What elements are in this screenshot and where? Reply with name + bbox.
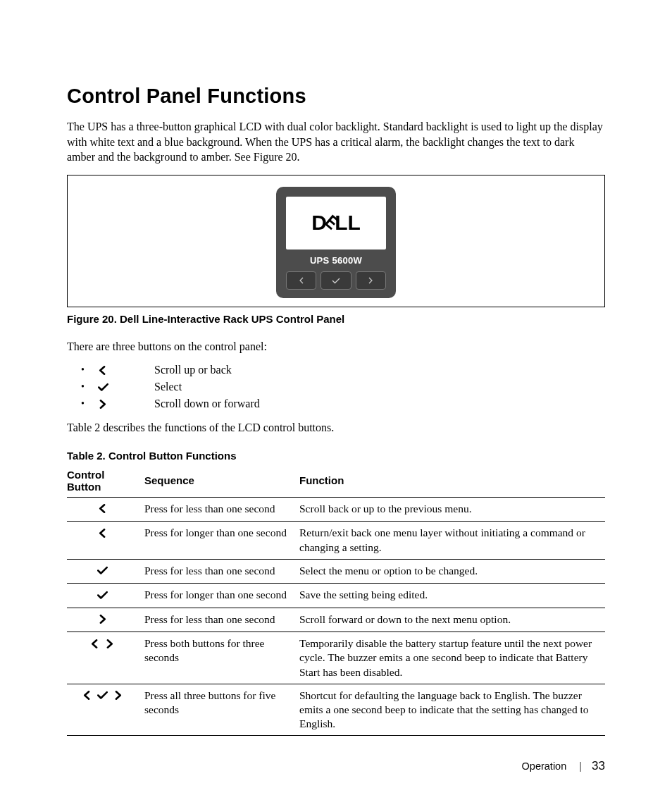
list-icon [95,366,154,375]
control-button-cell [67,632,144,684]
bullet: • [81,398,95,409]
sequence-cell: Press both buttons for three seconds [144,632,299,684]
check-icon [332,277,340,284]
device-lcd-screen: D E L L [286,197,386,250]
device-select-button [321,271,351,290]
control-button-cell [67,608,144,632]
table-header: Control Button [67,464,144,498]
control-button-cell [67,522,144,559]
button-description-list: •Scroll up or back•Select•Scroll down or… [67,364,605,410]
function-cell: Return/exit back one menu layer without … [299,522,605,559]
function-cell: Shortcut for defaulting the language bac… [299,684,605,735]
table-row: Press for less than one secondScroll for… [67,608,605,632]
device-button-row [286,271,386,290]
device-right-button [356,271,386,290]
dell-logo: D E L L [311,211,361,235]
intro-paragraph: The UPS has a three-button graphical LCD… [67,119,605,165]
list-item: •Scroll down or forward [81,398,605,410]
figure-frame: D E L L UPS 5600W [67,175,605,307]
chevron-left-icon [98,366,107,375]
table-header: Sequence [144,464,299,498]
footer-page-number: 33 [592,759,605,772]
bullet: • [81,381,95,393]
list-icon [95,400,154,409]
sequence-cell: Press for less than one second [144,608,299,632]
chevron-right-icon [105,639,114,648]
table-body: Press for less than one secondScroll bac… [67,497,605,735]
button-intro-paragraph: There are three buttons on the control p… [67,339,605,355]
table-row: Press for less than one secondSelect the… [67,559,605,584]
list-item: •Select [81,381,605,393]
ups-device-panel: D E L L UPS 5600W [276,187,396,298]
chevron-right-icon [113,691,123,700]
list-item-text: Scroll up or back [154,364,232,376]
function-cell: Save the setting being edited. [299,584,605,608]
chevron-left-icon [298,277,305,284]
figure-caption: Figure 20. Dell Line-Interactive Rack UP… [67,313,605,325]
table-row: Press both buttons for three secondsTemp… [67,632,605,684]
list-icon [95,383,154,392]
table-row: Press for less than one secondScroll bac… [67,497,605,522]
device-left-button [286,271,316,290]
check-icon [97,566,108,575]
list-item: •Scroll up or back [81,364,605,376]
chevron-left-icon [82,691,92,700]
control-button-cell [67,584,144,608]
footer-section: Operation [522,760,567,772]
chevron-right-icon [367,277,374,284]
chevron-right-icon [98,400,107,409]
sequence-cell: Press for longer than one second [144,522,299,559]
table-intro-paragraph: Table 2 describes the functions of the L… [67,420,605,436]
function-cell: Scroll forward or down to the next menu … [299,608,605,632]
check-icon [97,591,108,600]
function-cell: Select the menu or option to be changed. [299,559,605,584]
check-icon [98,383,108,392]
page-footer: Operation | 33 [522,759,605,773]
sequence-cell: Press for less than one second [144,559,299,584]
table-caption: Table 2. Control Button Functions [67,450,605,462]
control-button-functions-table: Control Button Sequence Function Press f… [67,464,605,736]
function-cell: Temporarily disable the battery startup … [299,632,605,684]
chevron-left-icon [98,504,107,513]
table-row: Press all three buttons for five seconds… [67,684,605,735]
chevron-right-icon [98,615,107,624]
chevron-left-icon [98,529,107,538]
list-item-text: Select [154,381,182,393]
check-icon [97,691,108,700]
list-item-text: Scroll down or forward [154,398,260,410]
control-button-cell [67,559,144,584]
sequence-cell: Press for less than one second [144,497,299,522]
control-button-cell [67,497,144,522]
control-button-cell [67,684,144,735]
function-cell: Scroll back or up to the previous menu. [299,497,605,522]
table-row: Press for longer than one secondSave the… [67,584,605,608]
bullet: • [81,364,95,376]
page: Control Panel Functions The UPS has a th… [0,0,672,807]
device-model-label: UPS 5600W [286,255,386,266]
table-row: Press for longer than one secondReturn/e… [67,522,605,559]
footer-separator: | [579,760,582,772]
sequence-cell: Press all three buttons for five seconds [144,684,299,735]
table-header: Function [299,464,605,498]
dell-logo-letter: L [348,211,361,235]
sequence-cell: Press for longer than one second [144,584,299,608]
chevron-left-icon [90,639,99,648]
section-heading: Control Panel Functions [67,85,605,108]
